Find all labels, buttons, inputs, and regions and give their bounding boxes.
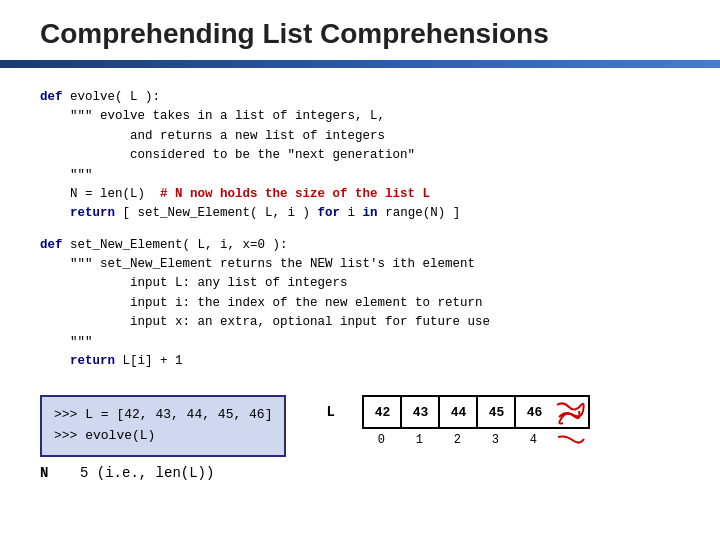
list-cells: 42 43 44 45 46 bbox=[362, 395, 590, 429]
n-row: N 5 (i.e., len(L)) bbox=[0, 457, 720, 481]
code-line: N = len(L) # N now holds the size of the… bbox=[40, 185, 680, 204]
code-line: def evolve( L ): bbox=[40, 88, 680, 107]
code-line: input i: the index of the new element to… bbox=[40, 294, 680, 313]
code-line: """ set_New_Element returns the NEW list… bbox=[40, 255, 680, 274]
list-cell-0: 42 bbox=[362, 395, 400, 429]
code-block-2: def set_New_Element( L, i, x=0 ): """ se… bbox=[40, 236, 680, 372]
n-label: N bbox=[40, 465, 70, 481]
code-line: def set_New_Element( L, i, x=0 ): bbox=[40, 236, 680, 255]
bottom-section: >>> L = [42, 43, 44, 45, 46] >>> evolve(… bbox=[0, 387, 720, 457]
repl-line2: >>> evolve(L) bbox=[54, 426, 272, 447]
list-index-1: 1 bbox=[400, 433, 438, 453]
code-line: """ evolve takes in a list of integers, … bbox=[40, 107, 680, 126]
code-block-1: def evolve( L ): """ evolve takes in a l… bbox=[40, 88, 680, 224]
list-visual-row: L 42 43 44 45 46 bbox=[326, 395, 590, 429]
list-cell-1: 43 bbox=[400, 395, 438, 429]
list-cell-2: 44 bbox=[438, 395, 476, 429]
repl-box: >>> L = [42, 43, 44, 45, 46] >>> evolve(… bbox=[40, 395, 286, 457]
code-line: input L: any list of integers bbox=[40, 274, 680, 293]
code-line: """ bbox=[40, 166, 680, 185]
content-area: def evolve( L ): """ evolve takes in a l… bbox=[0, 78, 720, 387]
code-line: return L[i] + 1 bbox=[40, 352, 680, 371]
list-index-4: 4 bbox=[514, 433, 552, 453]
list-index-3: 3 bbox=[476, 433, 514, 453]
code-line: and returns a new list of integers bbox=[40, 127, 680, 146]
code-line: considered to be the "next generation" bbox=[40, 146, 680, 165]
n-value: 5 (i.e., len(L)) bbox=[80, 465, 214, 481]
slide-title: Comprehending List Comprehensions bbox=[40, 18, 549, 49]
list-cell-3: 45 bbox=[476, 395, 514, 429]
list-index-2: 2 bbox=[438, 433, 476, 453]
code-line: input x: an extra, optional input for fu… bbox=[40, 313, 680, 332]
repl-line1: >>> L = [42, 43, 44, 45, 46] bbox=[54, 405, 272, 426]
title-bar: Comprehending List Comprehensions bbox=[0, 0, 720, 60]
blue-bar bbox=[0, 60, 720, 68]
code-line: """ bbox=[40, 333, 680, 352]
slide: Comprehending List Comprehensions def ev… bbox=[0, 0, 720, 540]
list-index-row: 0 1 2 3 4 bbox=[362, 433, 590, 453]
scribble-cell bbox=[552, 395, 590, 429]
list-index-0: 0 bbox=[362, 433, 400, 453]
list-cell-4: 46 bbox=[514, 395, 552, 429]
list-index-scribble bbox=[552, 433, 590, 453]
list-l-label: L bbox=[326, 404, 346, 420]
code-line: return [ set_New_Element( L, i ) for i i… bbox=[40, 204, 680, 223]
